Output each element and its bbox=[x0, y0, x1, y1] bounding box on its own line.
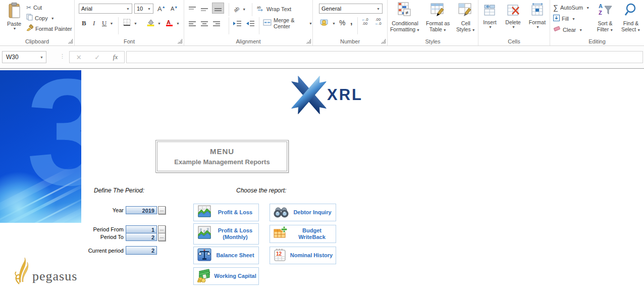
budget-writeback-button[interactable]: Budget WriteBack bbox=[270, 225, 336, 243]
percent-style-button[interactable]: % bbox=[339, 18, 345, 28]
increase-decimal-button[interactable]: ←.0.00 bbox=[361, 17, 368, 27]
orientation-icon: ab bbox=[233, 5, 241, 13]
fill-color-dropdown-icon[interactable] bbox=[157, 22, 161, 25]
wrap-text-button[interactable]: ab Wrap Text bbox=[257, 4, 291, 14]
insert-cells-icon bbox=[483, 3, 497, 18]
align-middle-button[interactable] bbox=[200, 4, 208, 14]
accounting-format-button[interactable] bbox=[320, 18, 336, 28]
orientation-dropdown-icon[interactable] bbox=[242, 8, 246, 11]
paste-dropdown-icon[interactable] bbox=[13, 27, 17, 30]
number-dialog-launcher-icon[interactable] bbox=[381, 39, 386, 43]
name-box[interactable]: W30 bbox=[2, 51, 46, 63]
align-bottom-icon bbox=[214, 5, 222, 12]
insert-function-button[interactable]: fx bbox=[113, 53, 118, 61]
sort-filter-button[interactable]: AZ Sort & Filter bbox=[593, 2, 618, 33]
ribbon-group-editing: ∑ AutoSum Fill Clear AZ Sort & Filter Fi… bbox=[550, 0, 644, 45]
align-top-button[interactable] bbox=[188, 4, 196, 14]
autosum-dropdown-icon[interactable] bbox=[586, 6, 589, 10]
year-input[interactable]: 2019 bbox=[126, 206, 157, 214]
hero-image: 3 bbox=[0, 70, 81, 223]
worksheet[interactable]: 3 bbox=[0, 69, 644, 288]
comma-style-button[interactable]: , bbox=[350, 17, 352, 27]
paste-button[interactable]: Paste bbox=[3, 3, 25, 37]
font-name-select[interactable]: Arial bbox=[79, 4, 132, 14]
fill-color-button[interactable] bbox=[146, 18, 161, 28]
paste-label: Paste bbox=[7, 21, 21, 27]
ribbon-group-styles: ≠ Conditional Formatting Format as Table… bbox=[388, 0, 478, 45]
merge-center-dropdown-icon[interactable] bbox=[309, 22, 312, 25]
font-size-select[interactable]: 10 bbox=[134, 4, 153, 14]
format-painter-button[interactable]: Format Painter bbox=[26, 24, 72, 34]
bold-button[interactable]: B bbox=[82, 18, 86, 28]
period-to-browse-button[interactable]: ... bbox=[158, 233, 166, 241]
italic-icon: I bbox=[93, 19, 95, 27]
menu-box: MENU Example Management Reports bbox=[155, 140, 289, 173]
number-format-value: General bbox=[321, 6, 341, 12]
borders-button[interactable] bbox=[123, 18, 137, 28]
copy-icon bbox=[26, 14, 33, 23]
fill-dropdown-icon[interactable] bbox=[572, 17, 575, 21]
number-separator bbox=[357, 17, 358, 34]
align-left-button[interactable] bbox=[188, 18, 196, 28]
working-capital-button[interactable]: Working Capital bbox=[193, 267, 259, 285]
enter-icon[interactable]: ✓ bbox=[94, 54, 100, 61]
increase-font-button[interactable]: A▲ bbox=[157, 4, 166, 14]
decrease-indent-button[interactable] bbox=[233, 18, 242, 28]
profit-loss-label: Profit & Loss bbox=[212, 209, 258, 216]
increase-indent-button[interactable] bbox=[246, 18, 255, 28]
italic-button[interactable]: I bbox=[93, 18, 95, 28]
increase-decimal-icon: ←.0.00 bbox=[361, 18, 368, 26]
fill-button[interactable]: Fill bbox=[553, 14, 575, 24]
orientation-button[interactable]: ab bbox=[234, 4, 246, 14]
underline-dropdown-icon[interactable] bbox=[110, 22, 113, 25]
align-top-icon bbox=[188, 6, 196, 13]
sort-filter-dropdown-icon bbox=[610, 28, 613, 32]
align-center-button[interactable] bbox=[200, 18, 208, 28]
clear-label: Clear bbox=[563, 27, 576, 33]
decrease-decimal-button[interactable]: .00→.0 bbox=[374, 17, 382, 27]
merge-center-button[interactable]: Merge & Center bbox=[263, 18, 312, 28]
profit-loss-button[interactable]: Profit & Loss bbox=[193, 204, 259, 221]
profit-loss-monthly-button[interactable]: Profit & Loss (Monthly) bbox=[193, 223, 259, 245]
align-right-icon bbox=[212, 20, 221, 27]
wrap-text-label: Wrap Text bbox=[266, 6, 291, 12]
nominal-history-button[interactable]: 12 Nominal History bbox=[270, 247, 336, 264]
year-browse-button[interactable]: ... bbox=[158, 206, 166, 214]
decrease-font-button[interactable]: A▼ bbox=[171, 4, 178, 14]
clipboard-dialog-launcher-icon[interactable] bbox=[68, 39, 73, 43]
find-select-button[interactable]: Find & Select bbox=[619, 2, 643, 33]
name-box-dropdown-icon[interactable] bbox=[40, 56, 43, 59]
align-right-button[interactable] bbox=[212, 18, 221, 28]
merge-center-label: Merge & Center bbox=[274, 17, 306, 29]
debtor-inquiry-button[interactable]: Debtor Inquiry bbox=[270, 204, 336, 221]
format-label: Format bbox=[529, 19, 546, 25]
cancel-icon[interactable]: ✕ bbox=[76, 54, 82, 61]
period-to-input[interactable]: 2 bbox=[126, 233, 157, 241]
underline-button[interactable]: U bbox=[102, 18, 113, 28]
clear-dropdown-icon[interactable] bbox=[579, 28, 582, 32]
cut-label: Cut bbox=[33, 5, 42, 11]
formula-buttons: ✕ ✓ fx bbox=[69, 51, 125, 63]
period-from-browse-button[interactable]: ... bbox=[158, 225, 166, 233]
format-as-table-dropdown-icon bbox=[443, 28, 447, 32]
balance-sheet-button[interactable]: Balance Sheet bbox=[193, 247, 259, 264]
font-dialog-launcher-icon[interactable] bbox=[178, 39, 182, 43]
number-format-select[interactable]: General bbox=[319, 4, 383, 14]
formula-bar-resize-handle[interactable]: ⋮ bbox=[60, 53, 65, 60]
font-color-button[interactable]: A bbox=[166, 18, 180, 28]
borders-dropdown-icon[interactable] bbox=[134, 22, 137, 25]
formula-input[interactable] bbox=[126, 51, 643, 63]
font-color-dropdown-icon[interactable] bbox=[176, 22, 180, 25]
align-center-icon bbox=[200, 20, 208, 27]
autosum-button[interactable]: ∑ AutoSum bbox=[553, 3, 589, 13]
clear-button[interactable]: Clear bbox=[553, 25, 582, 35]
period-from-input[interactable]: 1 bbox=[126, 225, 157, 233]
alignment-dialog-launcher-icon[interactable] bbox=[306, 39, 311, 43]
copy-label: Copy bbox=[35, 15, 48, 21]
cut-button[interactable]: ✂ Cut bbox=[26, 3, 42, 13]
copy-dropdown-icon[interactable] bbox=[51, 17, 55, 20]
copy-button[interactable]: Copy bbox=[26, 13, 55, 23]
accounting-dropdown-icon[interactable] bbox=[332, 22, 336, 25]
calendar-icon: 12 bbox=[273, 248, 287, 264]
align-bottom-button-selected[interactable] bbox=[212, 3, 224, 13]
